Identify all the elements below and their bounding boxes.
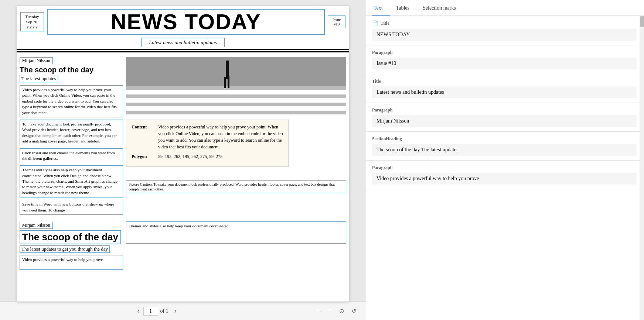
author-tag-1: Mirjam Nilsson bbox=[20, 57, 53, 64]
subtitle-box: Latest news and bulletin updates bbox=[141, 38, 225, 47]
tooltip-label-polygon: Polygon bbox=[132, 153, 154, 160]
zoom-in-button[interactable]: + bbox=[325, 306, 335, 317]
masthead-box: NEWS TODAY bbox=[47, 9, 325, 35]
right-panel: Text Tables Selection marks 📄 Title NEWS… bbox=[366, 0, 644, 320]
result-label-para-1: Paragraph bbox=[372, 50, 637, 55]
svg-rect-4 bbox=[126, 106, 346, 111]
columns-container: Mirjam Nilsson The scoop of the day The … bbox=[17, 54, 349, 217]
fit-page-button[interactable]: ⊙ bbox=[335, 305, 348, 317]
tooltip-value-polygon: 59, 195, 262, 195, 262, 275, 59, 275 bbox=[158, 153, 222, 160]
result-section-heading: SectionHeading The scoop of the day The … bbox=[366, 132, 644, 161]
result-section-para-1: Paragraph Issue #10 bbox=[366, 45, 644, 74]
result-value-title-2: Latest news and bulletin updates bbox=[372, 86, 637, 98]
result-value-title-1: NEWS TODAY bbox=[372, 29, 637, 41]
section-heading-1: The scoop of the day bbox=[20, 66, 123, 74]
svg-rect-8 bbox=[228, 76, 229, 88]
tab-text[interactable]: Text bbox=[372, 0, 390, 16]
svg-rect-5 bbox=[126, 114, 346, 118]
result-section-para-3: Paragraph Video provides a powerful way … bbox=[366, 161, 644, 189]
right-content: 📄 Title NEWS TODAY Paragraph Issue #10 T… bbox=[366, 16, 644, 320]
result-value-para-1: Issue #10 bbox=[372, 58, 637, 69]
body-text-4: Themes and styles also help keep your do… bbox=[20, 165, 123, 197]
zoom-out-button[interactable]: − bbox=[314, 306, 324, 317]
left-column: Mirjam Nilsson The scoop of the day The … bbox=[20, 57, 123, 217]
document-panel: Tuesday Sep 20, YYYY NEWS TODAY Issue #1… bbox=[0, 0, 366, 320]
scrollbar-thumb[interactable] bbox=[640, 16, 644, 27]
lower-left: Mirjam Nilsson The scoop of the day The … bbox=[20, 221, 123, 270]
sub-heading-2: The latest updates to get you through th… bbox=[20, 245, 110, 253]
page-of-label: of 1 bbox=[160, 308, 168, 314]
lower-right: Themes and styles also help keep your do… bbox=[126, 221, 346, 270]
result-value-para-2: Mirjam Nilsson bbox=[372, 115, 637, 127]
newspaper-header: Tuesday Sep 20, YYYY NEWS TODAY Issue #1… bbox=[17, 6, 349, 50]
svg-rect-3 bbox=[126, 98, 346, 103]
tooltip-value-content: Video provides a powerful way to help yo… bbox=[158, 124, 283, 150]
result-section-para-2: Paragraph Mirjam Nilsson bbox=[366, 103, 644, 132]
page-container: Tuesday Sep 20, YYYY NEWS TODAY Issue #1… bbox=[17, 6, 349, 302]
content-tooltip: Content Video provides a powerful way to… bbox=[126, 120, 289, 167]
body-text-2: To make your document look professionall… bbox=[20, 120, 123, 146]
rotate-button[interactable]: ↺ bbox=[348, 305, 360, 317]
scrollbar-track[interactable] bbox=[640, 16, 644, 320]
big-heading-2: The scoop of the day bbox=[20, 230, 121, 244]
svg-rect-7 bbox=[224, 77, 226, 88]
body-text-3: Click Insert and then choose the element… bbox=[20, 148, 123, 164]
partial-text: Video provides a powerful way to help yo… bbox=[20, 255, 123, 270]
result-label-para-3: Paragraph bbox=[372, 165, 637, 171]
masthead-title: NEWS TODAY bbox=[48, 11, 324, 32]
result-section-title-2: Title Latest news and bulletin updates bbox=[366, 74, 644, 103]
author-tag-2: Mirjam Nilsson bbox=[20, 222, 53, 229]
section-sub-1: The latest updates bbox=[20, 75, 58, 82]
next-page-button[interactable]: › bbox=[171, 305, 180, 317]
tab-tables[interactable]: Tables bbox=[395, 0, 417, 16]
prev-page-button[interactable]: ‹ bbox=[134, 305, 143, 317]
result-label-heading: SectionHeading bbox=[372, 136, 637, 142]
result-label-para-2: Paragraph bbox=[372, 107, 637, 113]
subtitle-text: Latest news and bulletin updates bbox=[149, 40, 217, 45]
page-number-input[interactable] bbox=[143, 307, 158, 316]
date-box: Tuesday Sep 20, YYYY bbox=[20, 12, 44, 32]
title-icon-1: 📄 bbox=[372, 20, 378, 27]
svg-rect-2 bbox=[126, 90, 346, 94]
result-value-para-3: Video provides a powerful way to help yo… bbox=[372, 173, 637, 185]
photo-area bbox=[126, 57, 346, 118]
tab-selection-marks[interactable]: Selection marks bbox=[421, 0, 463, 16]
lower-section: Mirjam Nilsson The scoop of the day The … bbox=[17, 219, 349, 270]
result-label-title-1: 📄 Title bbox=[372, 20, 637, 27]
body-text-1: Video provides a powerful way to help yo… bbox=[20, 85, 123, 117]
issue-box: Issue #10 bbox=[328, 16, 345, 28]
picture-caption: Picture Caption: To make your document l… bbox=[126, 180, 346, 193]
result-section-title-1: 📄 Title NEWS TODAY bbox=[366, 16, 644, 45]
tabs-bar: Text Tables Selection marks bbox=[366, 0, 644, 16]
body-text-5: Save time in Word with new buttons that … bbox=[20, 200, 123, 215]
divider bbox=[17, 51, 349, 52]
themes-box: Themes and styles also help keep your do… bbox=[126, 221, 346, 244]
bottom-toolbar: ‹ of 1 › − + ⊙ ↺ bbox=[0, 302, 366, 320]
result-value-heading: The scoop of the day The latest updates bbox=[372, 144, 637, 156]
right-column: Content Video provides a powerful way to… bbox=[126, 57, 346, 217]
tooltip-label-content: Content bbox=[132, 124, 154, 150]
result-label-title-2: Title bbox=[372, 79, 637, 84]
